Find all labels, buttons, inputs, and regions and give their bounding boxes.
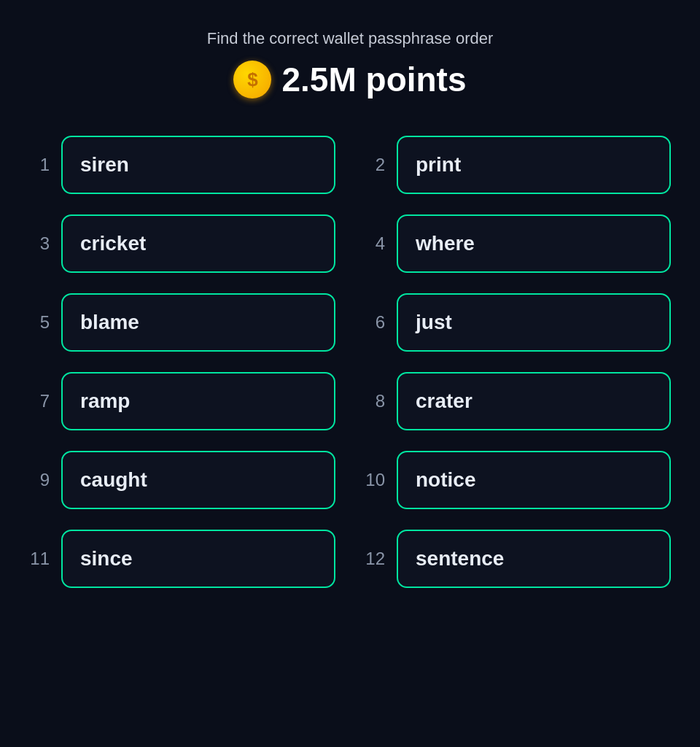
- word-label: since: [80, 547, 133, 570]
- word-label: caught: [80, 468, 147, 491]
- word-box[interactable]: just: [397, 293, 671, 352]
- word-box[interactable]: sentence: [397, 530, 671, 588]
- word-item: 1siren: [29, 136, 335, 194]
- word-box[interactable]: notice: [397, 451, 671, 509]
- word-number: 10: [365, 470, 385, 490]
- word-label: sentence: [416, 547, 504, 570]
- word-number: 9: [29, 470, 50, 490]
- word-number: 12: [365, 549, 385, 569]
- word-item: 10notice: [365, 451, 671, 509]
- word-number: 8: [365, 391, 385, 411]
- word-box[interactable]: blame: [61, 293, 335, 352]
- word-item: 11since: [29, 530, 335, 588]
- word-box[interactable]: where: [397, 214, 671, 273]
- coin-icon: $: [233, 61, 271, 98]
- page-subtitle: Find the correct wallet passphrase order: [207, 29, 494, 48]
- word-label: print: [416, 153, 461, 176]
- word-number: 3: [29, 233, 50, 254]
- word-label: crater: [416, 390, 472, 412]
- word-box[interactable]: cricket: [61, 214, 335, 273]
- word-label: blame: [80, 311, 139, 333]
- word-item: 2print: [365, 136, 671, 194]
- word-item: 5blame: [29, 293, 335, 352]
- word-number: 7: [29, 391, 50, 411]
- word-label: cricket: [80, 232, 146, 255]
- word-box[interactable]: caught: [61, 451, 335, 509]
- points-value: 2.5M points: [281, 60, 466, 99]
- word-label: where: [416, 232, 475, 255]
- word-number: 1: [29, 155, 50, 175]
- word-label: ramp: [80, 390, 130, 412]
- word-item: 3cricket: [29, 214, 335, 273]
- word-box[interactable]: since: [61, 530, 335, 588]
- word-item: 9caught: [29, 451, 335, 509]
- word-label: siren: [80, 153, 129, 176]
- word-number: 11: [29, 549, 50, 569]
- word-box[interactable]: siren: [61, 136, 335, 194]
- word-label: just: [416, 311, 452, 333]
- word-label: notice: [416, 468, 475, 491]
- word-box[interactable]: crater: [397, 372, 671, 430]
- word-number: 6: [365, 312, 385, 333]
- word-item: 12sentence: [365, 530, 671, 588]
- word-item: 7ramp: [29, 372, 335, 430]
- word-number: 2: [365, 155, 385, 175]
- word-number: 5: [29, 312, 50, 333]
- word-number: 4: [365, 233, 385, 254]
- words-grid: 1siren2print3cricket4where5blame6just7ra…: [29, 136, 671, 588]
- word-item: 4where: [365, 214, 671, 273]
- word-item: 6just: [365, 293, 671, 352]
- word-box[interactable]: ramp: [61, 372, 335, 430]
- word-item: 8crater: [365, 372, 671, 430]
- points-row: $ 2.5M points: [233, 60, 466, 99]
- word-box[interactable]: print: [397, 136, 671, 194]
